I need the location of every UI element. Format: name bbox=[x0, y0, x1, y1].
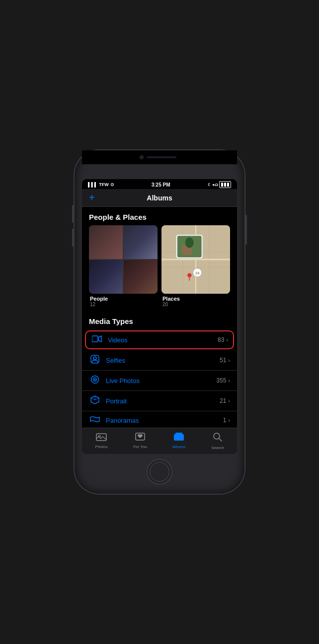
add-album-button[interactable]: + bbox=[89, 192, 104, 203]
svg-rect-29 bbox=[174, 434, 184, 441]
search-icon-svg bbox=[213, 432, 223, 442]
heart-icon-svg bbox=[135, 432, 145, 441]
albums-tab-icon bbox=[173, 432, 184, 444]
for-you-tab-icon bbox=[135, 432, 145, 444]
svg-text:34: 34 bbox=[195, 271, 199, 275]
places-thumbnail: 34 bbox=[161, 225, 230, 294]
live-photos-item[interactable]: Live Photos 355 › bbox=[82, 371, 237, 391]
headphone-icon: Ω bbox=[215, 183, 218, 187]
cube-icon bbox=[90, 395, 99, 404]
person-icon bbox=[90, 355, 99, 364]
signal-bars: ▌▌▌ bbox=[88, 182, 97, 187]
face-1 bbox=[89, 225, 123, 259]
portrait-chevron: › bbox=[228, 398, 230, 404]
panoramas-chevron: › bbox=[228, 417, 230, 423]
moon-icon: ☾ bbox=[208, 183, 211, 187]
selfies-label: Selfies bbox=[106, 357, 220, 364]
carrier-label: TFW bbox=[99, 182, 109, 187]
panoramas-count: 1 bbox=[223, 417, 227, 424]
location-icon: ◂ bbox=[212, 183, 214, 187]
tab-search[interactable]: Search bbox=[198, 430, 237, 450]
page-title: Albums bbox=[104, 194, 215, 202]
selfies-item[interactable]: Selfies 51 › bbox=[82, 350, 237, 371]
tab-bar: Photos For You Albums bbox=[82, 428, 237, 454]
people-label: People bbox=[89, 296, 158, 302]
videos-chevron: › bbox=[226, 337, 228, 343]
portrait-icon bbox=[89, 395, 101, 406]
wifi-icon: ⊙ bbox=[110, 182, 114, 187]
svg-point-21 bbox=[94, 379, 96, 381]
selfies-chevron: › bbox=[228, 357, 230, 363]
videos-icon bbox=[91, 335, 103, 345]
speaker bbox=[147, 156, 176, 158]
svg-line-32 bbox=[219, 439, 222, 442]
people-thumbnail bbox=[89, 225, 158, 294]
media-types-header: Media Types bbox=[82, 311, 237, 329]
camera-dot bbox=[140, 155, 144, 159]
svg-line-24 bbox=[91, 398, 95, 400]
videos-item[interactable]: Videos 83 › bbox=[85, 330, 234, 349]
svg-point-18 bbox=[93, 357, 96, 360]
portrait-count: 21 bbox=[220, 397, 226, 404]
tab-for-you[interactable]: For You bbox=[121, 430, 160, 450]
phone-frame: ▌▌▌ TFW ⊙ 3:25 PM ☾ ◂ Ω ▮▮▮ + Albums Peo… bbox=[75, 150, 244, 494]
svg-point-13 bbox=[187, 273, 191, 277]
media-types-list: Videos 83 › Selfies 51 › bbox=[82, 330, 237, 428]
live-photos-label: Live Photos bbox=[106, 377, 216, 385]
time-display: 3:25 PM bbox=[152, 182, 170, 188]
volume-down-button[interactable] bbox=[72, 229, 74, 247]
camera-area bbox=[82, 150, 237, 164]
video-camera-icon bbox=[92, 335, 102, 343]
home-button[interactable] bbox=[147, 459, 172, 485]
selfies-count: 51 bbox=[220, 357, 226, 364]
status-bar: ▌▌▌ TFW ⊙ 3:25 PM ☾ ◂ Ω ▮▮▮ bbox=[82, 179, 237, 189]
photos-tab-icon bbox=[96, 432, 107, 444]
people-count: 12 bbox=[89, 302, 158, 307]
panoramas-icon bbox=[89, 416, 101, 425]
phone-screen: ▌▌▌ TFW ⊙ 3:25 PM ☾ ◂ Ω ▮▮▮ + Albums Peo… bbox=[82, 179, 237, 454]
face-3 bbox=[89, 260, 123, 294]
status-left: ▌▌▌ TFW ⊙ bbox=[88, 182, 114, 187]
volume-up-button[interactable] bbox=[72, 205, 74, 223]
tab-albums[interactable]: Albums bbox=[160, 430, 198, 450]
svg-marker-16 bbox=[98, 336, 101, 342]
main-content: People & Places People 12 bbox=[82, 207, 237, 428]
photos-icon-svg bbox=[96, 432, 107, 441]
panoramas-label: Panoramas bbox=[106, 417, 223, 424]
photos-tab-label: Photos bbox=[95, 445, 108, 449]
people-album[interactable]: People 12 bbox=[89, 225, 158, 307]
home-button-inner bbox=[150, 462, 169, 482]
portrait-label: Portrait bbox=[106, 397, 220, 405]
videos-count: 83 bbox=[218, 336, 224, 343]
people-places-grid: People 12 bbox=[82, 225, 237, 311]
videos-label: Videos bbox=[108, 336, 218, 344]
panoramas-item[interactable]: Panoramas 1 › bbox=[82, 411, 237, 428]
tab-photos[interactable]: Photos bbox=[82, 430, 121, 450]
face-4 bbox=[124, 260, 158, 294]
svg-line-25 bbox=[95, 398, 99, 400]
status-right: ☾ ◂ Ω ▮▮▮ bbox=[208, 181, 231, 188]
live-photos-icon bbox=[89, 375, 101, 386]
svg-point-12 bbox=[185, 237, 194, 248]
albums-tab-label: Albums bbox=[172, 445, 186, 449]
people-places-header: People & Places bbox=[82, 207, 237, 225]
live-photos-count: 355 bbox=[216, 377, 226, 384]
nav-bar: + Albums bbox=[82, 189, 237, 207]
svg-rect-15 bbox=[92, 336, 98, 342]
search-tab-label: Search bbox=[211, 446, 224, 450]
live-circle-icon bbox=[90, 375, 99, 384]
live-photos-chevron: › bbox=[228, 378, 230, 384]
power-button[interactable] bbox=[245, 215, 247, 245]
places-label: Places bbox=[161, 296, 230, 302]
portrait-item[interactable]: Portrait 21 › bbox=[82, 391, 237, 411]
face-2 bbox=[124, 225, 158, 259]
places-count: 20 bbox=[161, 302, 230, 307]
svg-rect-30 bbox=[175, 433, 182, 435]
map-visual: 34 bbox=[161, 225, 230, 294]
places-album[interactable]: 34 Places bbox=[161, 225, 230, 307]
selfies-icon bbox=[89, 355, 101, 366]
search-tab-icon bbox=[213, 432, 223, 445]
battery-icon: ▮▮▮ bbox=[219, 181, 231, 188]
panorama-icon bbox=[90, 416, 100, 423]
map-svg: 34 bbox=[161, 225, 230, 294]
